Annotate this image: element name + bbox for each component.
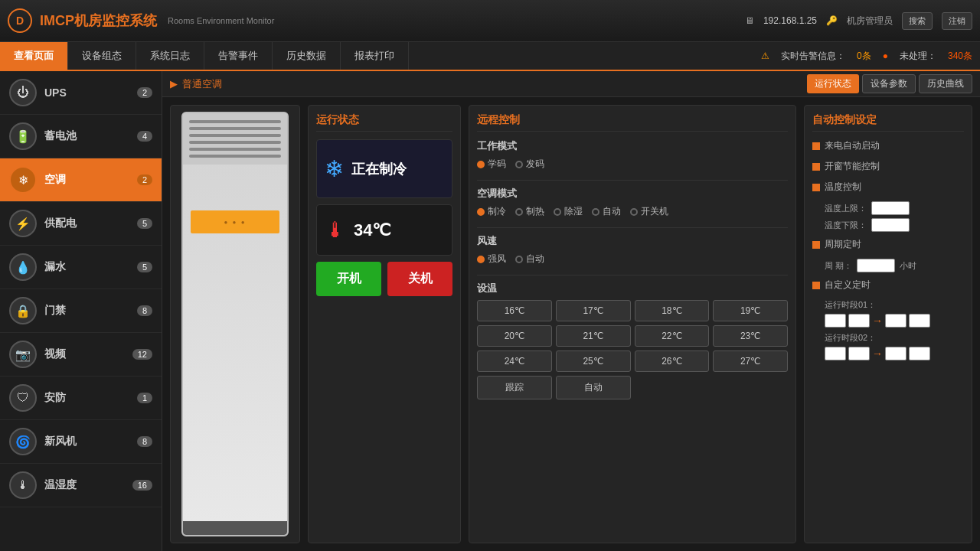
cycle-row: 周 期： 小时 <box>825 259 964 272</box>
water-icon: 💧 <box>9 253 37 281</box>
sidebar-item-battery[interactable]: 🔋 蓄电池 4 <box>0 115 162 158</box>
power-on-button[interactable]: 开机 <box>316 262 381 296</box>
temp-btn-4[interactable]: 20℃ <box>477 325 552 347</box>
temp-btn-8[interactable]: 24℃ <box>477 350 552 372</box>
auto-option-cycle[interactable]: 周期定时 <box>812 238 964 251</box>
btn-history-curve[interactable]: 历史曲线 <box>919 74 972 93</box>
sidebar-item-door[interactable]: 🔒 门禁 8 <box>0 289 162 333</box>
auto-option-1[interactable]: 开窗节能控制 <box>812 160 964 173</box>
ac-radio-3 <box>592 208 599 216</box>
temp-btn-5[interactable]: 21℃ <box>556 325 631 347</box>
work-mode-section: 工作模式 学码 发码 <box>477 139 788 171</box>
breadcrumb-arrow: ▶ <box>170 78 178 90</box>
sidebar-item-video[interactable]: 📷 视频 12 <box>0 333 162 377</box>
sidebar-item-security[interactable]: 🛡 安防 1 <box>0 377 162 420</box>
temp-btn-0[interactable]: 16℃ <box>477 300 552 321</box>
auto-option-custom[interactable]: 自定义定时 <box>812 279 964 292</box>
fan-option-1[interactable]: 自动 <box>515 253 544 266</box>
divider-2 <box>477 227 788 228</box>
temp-upper-row: 温度上限： <box>825 201 964 215</box>
radio-dot-0 <box>477 161 485 168</box>
ip-display: 192.168.1.25 <box>763 15 817 26</box>
video-icon: 📷 <box>9 341 37 368</box>
temp-lower-input[interactable] <box>871 218 910 232</box>
time02-inputs: → <box>825 347 964 360</box>
battery-label: 蓄电池 <box>44 129 129 143</box>
cooling-status-text: 正在制冷 <box>351 160 407 178</box>
sidebar-item-temp[interactable]: 🌡 温湿度 16 <box>0 464 162 507</box>
nav-item-report[interactable]: 报表打印 <box>341 42 409 70</box>
door-label: 门禁 <box>44 304 129 318</box>
time02-h2[interactable] <box>885 347 906 360</box>
fan-icon: 🌀 <box>9 428 37 455</box>
temp-btn-12[interactable]: 跟踪 <box>477 376 552 399</box>
status-panel: 运行状态 ❄ 正在制冷 🌡 34℃ 开机 关机 <box>308 105 461 543</box>
content-panels: ● ● ● 运行状态 ❄ 正在制冷 🌡 34℃ 开机 <box>162 97 980 551</box>
ac-mode-option-2[interactable]: 除湿 <box>554 205 583 218</box>
temp-btn-6[interactable]: 22℃ <box>635 325 710 347</box>
header-right: 🖥 192.168.1.25 🔑 机房管理员 搜索 注销 <box>745 12 972 30</box>
video-label: 视频 <box>44 347 125 361</box>
search-button[interactable]: 搜索 <box>902 12 933 30</box>
temp-btn-11[interactable]: 27℃ <box>713 350 788 372</box>
nav-item-alerts[interactable]: 告警事件 <box>204 42 273 70</box>
auto-option-0[interactable]: 来电自动启动 <box>812 139 964 152</box>
sidebar-item-ups[interactable]: ⏻ UPS 2 <box>0 71 162 115</box>
cycle-input[interactable] <box>857 259 895 272</box>
unhandled-count: 340条 <box>948 50 972 63</box>
auto-option-temp[interactable]: 温度控制 <box>812 181 964 194</box>
time02-m1[interactable] <box>848 347 870 360</box>
logo-text: D <box>16 15 24 27</box>
hour-label: 小时 <box>900 260 916 272</box>
fan-section: 风速 强风 自动 <box>477 234 788 266</box>
ac-mode-option-1[interactable]: 制热 <box>515 205 544 218</box>
work-mode-title: 工作模式 <box>477 139 788 153</box>
temp-btn-9[interactable]: 25℃ <box>556 350 631 372</box>
remote-control-panel: 远程控制 工作模式 学码 发码 <box>469 105 796 543</box>
btn-device-params[interactable]: 设备参数 <box>862 74 916 93</box>
security-badge: 1 <box>137 393 152 403</box>
temp-btn-13[interactable]: 自动 <box>556 376 631 399</box>
temp-upper-input[interactable] <box>871 201 910 215</box>
temp-btn-1[interactable]: 17℃ <box>556 300 631 321</box>
fan-option-0[interactable]: 强风 <box>477 253 506 266</box>
time02-label-row: 运行时段02： <box>825 332 964 344</box>
nav-item-history[interactable]: 历史数据 <box>273 42 341 70</box>
ac-vent-top <box>183 113 287 165</box>
ups-icon: ⏻ <box>9 79 37 106</box>
work-mode-option-1[interactable]: 发码 <box>515 158 544 171</box>
app-title: IMCP机房监控系统 <box>40 11 157 30</box>
ac-mode-option-0[interactable]: 制冷 <box>477 205 506 218</box>
ac-body: ● ● ● <box>183 165 287 521</box>
nav-item-view[interactable]: 查看页面 <box>0 42 68 70</box>
power-icon: ⚡ <box>9 210 37 237</box>
snowflake-icon: ❄ <box>325 155 344 182</box>
temperature-value: 34℃ <box>354 220 391 240</box>
time01-label: 运行时段01： <box>825 299 876 311</box>
radio-dot-1 <box>515 161 523 168</box>
time01-m1[interactable] <box>848 314 870 328</box>
sidebar-item-fan[interactable]: 🌀 新风机 8 <box>0 420 162 464</box>
ac-mode-section: 空调模式 制冷 制热 除湿 <box>477 187 788 218</box>
temp-btn-2[interactable]: 18℃ <box>635 300 710 321</box>
temp-btn-3[interactable]: 19℃ <box>713 300 788 321</box>
sidebar-item-water[interactable]: 💧 漏水 5 <box>0 246 162 289</box>
temp-set-title: 设温 <box>477 282 788 295</box>
nav-item-device[interactable]: 设备组态 <box>68 42 136 70</box>
btn-running-status[interactable]: 运行状态 <box>807 74 859 93</box>
time01-h1[interactable] <box>825 314 846 328</box>
time01-h2[interactable] <box>885 314 906 328</box>
power-off-button[interactable]: 关机 <box>387 262 452 296</box>
time01-m2[interactable] <box>909 314 930 328</box>
ac-mode-option-3[interactable]: 自动 <box>592 205 621 218</box>
time02-m2[interactable] <box>909 347 930 360</box>
sidebar-item-power[interactable]: ⚡ 供配电 5 <box>0 202 162 246</box>
ac-mode-option-4[interactable]: 开关机 <box>630 205 668 218</box>
time02-h1[interactable] <box>825 347 846 360</box>
logout-button[interactable]: 注销 <box>942 12 972 30</box>
temp-btn-7[interactable]: 23℃ <box>713 325 788 347</box>
sidebar-item-ac[interactable]: ❄ 空调 2 <box>0 158 162 202</box>
work-mode-option-0[interactable]: 学码 <box>477 158 506 171</box>
nav-item-syslog[interactable]: 系统日志 <box>136 42 204 70</box>
temp-btn-10[interactable]: 26℃ <box>635 350 710 372</box>
